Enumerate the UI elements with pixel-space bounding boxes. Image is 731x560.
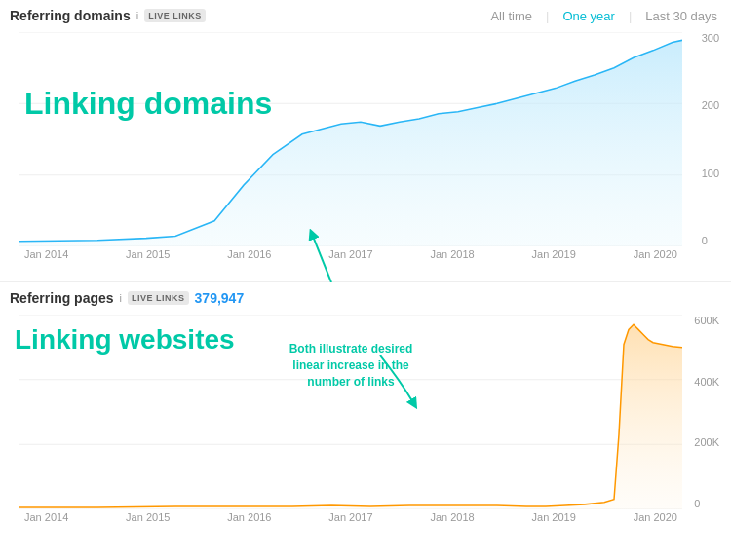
y-label-400k: 400K xyxy=(694,376,719,388)
time-filter-all[interactable]: All time xyxy=(486,9,536,23)
time-filter-30-days[interactable]: Last 30 days xyxy=(641,9,721,23)
referring-domains-section: Referring domains i LIVE LINKS All time … xyxy=(0,0,731,282)
x-label-jan2015: Jan 2015 xyxy=(126,248,170,260)
time-filter-one-year[interactable]: One year xyxy=(558,9,618,23)
x-label-b-jan2017: Jan 2017 xyxy=(328,511,372,523)
linking-domains-label: Linking domains xyxy=(24,86,272,122)
x-label-jan2019: Jan 2019 xyxy=(532,248,576,260)
y-axis-bottom: 600K 400K 200K 0 xyxy=(694,315,719,509)
x-label-b-jan2019: Jan 2019 xyxy=(532,511,576,523)
top-chart-area: 300 200 100 0 Jan 2014 Jan 2015 Jan 2016… xyxy=(19,32,682,260)
y-label-0-top: 0 xyxy=(702,235,719,246)
linking-websites-label: Linking websites xyxy=(15,324,235,355)
title-row-top: Referring domains i LIVE LINKS xyxy=(10,8,206,23)
x-label-jan2016: Jan 2016 xyxy=(227,248,271,260)
y-label-200k: 200K xyxy=(694,436,719,448)
info-icon-bottom[interactable]: i xyxy=(120,292,122,304)
x-label-b-jan2016: Jan 2016 xyxy=(227,511,271,523)
top-chart: 300 200 100 0 xyxy=(19,32,682,246)
referring-pages-title: Referring pages xyxy=(10,290,114,306)
live-links-badge-top: LIVE LINKS xyxy=(144,9,206,22)
y-axis-top: 300 200 100 0 xyxy=(702,32,719,246)
arrow-up-icon xyxy=(302,229,361,282)
section-header-bottom: Referring pages i LIVE LINKS 379,947 xyxy=(10,282,721,310)
x-label-jan2018: Jan 2018 xyxy=(430,248,474,260)
time-filters: All time | One year | Last 30 days xyxy=(486,9,721,23)
referring-count: 379,947 xyxy=(195,290,245,306)
y-label-200: 200 xyxy=(702,99,719,111)
info-icon-top[interactable]: i xyxy=(136,10,138,21)
y-label-300: 300 xyxy=(702,32,719,44)
x-label-jan2020: Jan 2020 xyxy=(634,248,677,260)
referring-pages-section: Referring pages i LIVE LINKS 379,947 Bot… xyxy=(0,282,731,558)
x-label-b-jan2015: Jan 2015 xyxy=(126,511,170,523)
x-label-b-jan2020: Jan 2020 xyxy=(634,511,677,523)
y-label-0-bottom: 0 xyxy=(694,498,719,509)
y-label-100: 100 xyxy=(702,168,719,179)
page-container: Referring domains i LIVE LINKS All time … xyxy=(0,0,731,560)
y-label-600k: 600K xyxy=(694,315,719,326)
section-header-top: Referring domains i LIVE LINKS All time … xyxy=(10,0,721,27)
x-label-b-jan2014: Jan 2014 xyxy=(24,511,68,523)
x-axis-bottom: Jan 2014 Jan 2015 Jan 2016 Jan 2017 Jan … xyxy=(19,511,682,523)
top-chart-svg xyxy=(19,32,682,246)
referring-domains-title: Referring domains xyxy=(10,8,131,23)
x-label-b-jan2018: Jan 2018 xyxy=(430,511,474,523)
live-links-badge-bottom: LIVE LINKS xyxy=(128,291,189,305)
arrow-down-icon xyxy=(370,355,429,409)
x-label-jan2014: Jan 2014 xyxy=(24,248,68,260)
